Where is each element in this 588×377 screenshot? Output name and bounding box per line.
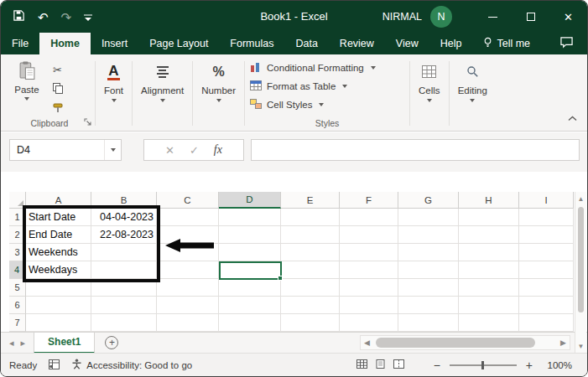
name-box[interactable]: D4: [9, 139, 122, 161]
cell-H3[interactable]: [459, 244, 519, 261]
minimize-button[interactable]: [474, 1, 512, 33]
cell-H1[interactable]: [459, 209, 519, 226]
cancel-entry-icon[interactable]: ✕: [165, 144, 174, 157]
cell-I5[interactable]: [519, 279, 574, 297]
cell-H7[interactable]: [459, 314, 519, 332]
cell-E3[interactable]: [281, 244, 340, 261]
normal-view-icon[interactable]: [356, 359, 367, 370]
sheet-nav-right-icon[interactable]: ▸: [21, 338, 26, 349]
close-button[interactable]: ✕: [549, 1, 587, 33]
cell-E1[interactable]: [281, 209, 340, 226]
tab-tell-me[interactable]: Tell me: [472, 33, 541, 54]
cell-F5[interactable]: [340, 279, 398, 297]
enter-entry-icon[interactable]: ✓: [190, 144, 199, 157]
column-header-A[interactable]: A: [26, 192, 91, 209]
scroll-up-icon[interactable]: ▲: [575, 192, 586, 205]
save-icon[interactable]: [13, 9, 25, 24]
name-box-caret[interactable]: [104, 140, 121, 160]
scroll-down-icon[interactable]: ▼: [575, 339, 586, 353]
cell-B6[interactable]: [91, 297, 157, 314]
paste-button[interactable]: Paste: [8, 60, 46, 101]
cell-I2[interactable]: [519, 226, 574, 244]
font-dropdown[interactable]: A Font: [97, 57, 130, 131]
zoom-slider-thumb[interactable]: [481, 361, 484, 369]
cell-B5[interactable]: [91, 279, 157, 297]
horizontal-scrollbar[interactable]: ◀ ▶: [360, 335, 570, 350]
page-break-view-icon[interactable]: [393, 359, 404, 370]
cell-H5[interactable]: [459, 279, 519, 297]
cell-A2[interactable]: End Date: [26, 226, 91, 244]
collapse-ribbon-icon[interactable]: [568, 110, 577, 125]
cell-F6[interactable]: [340, 297, 398, 314]
zoom-in-icon[interactable]: +: [526, 359, 533, 372]
comments-icon[interactable]: [559, 36, 574, 52]
zoom-out-icon[interactable]: −: [434, 359, 440, 372]
undo-button[interactable]: ↶: [38, 11, 49, 23]
cell-G2[interactable]: [398, 226, 459, 244]
cell-H2[interactable]: [459, 226, 519, 244]
row-header-5[interactable]: 5: [9, 279, 26, 297]
cell-D6[interactable]: [219, 297, 281, 314]
cell-C1[interactable]: [157, 209, 219, 226]
row-header-3[interactable]: 3: [9, 244, 26, 261]
tab-review[interactable]: Review: [329, 33, 385, 54]
column-header-H[interactable]: H: [459, 192, 519, 209]
cell-C5[interactable]: [157, 279, 219, 297]
copy-button[interactable]: [53, 83, 63, 96]
cell-D7[interactable]: [219, 314, 281, 332]
tab-view[interactable]: View: [385, 33, 429, 54]
cell-B4[interactable]: [91, 261, 157, 279]
add-sheet-icon[interactable]: +: [105, 336, 118, 349]
column-header-C[interactable]: C: [157, 192, 219, 209]
user-avatar[interactable]: N: [430, 6, 452, 28]
tab-home[interactable]: Home: [39, 33, 91, 54]
cell-E7[interactable]: [281, 314, 340, 332]
tab-page-layout[interactable]: Page Layout: [138, 33, 219, 54]
column-header-G[interactable]: G: [398, 192, 459, 209]
cell-G3[interactable]: [398, 244, 459, 261]
cell-I4[interactable]: [519, 261, 574, 279]
cell-G6[interactable]: [398, 297, 459, 314]
cell-I6[interactable]: [519, 297, 574, 314]
row-header-6[interactable]: 6: [9, 297, 26, 314]
format-painter-button[interactable]: [53, 103, 63, 116]
cell-C7[interactable]: [157, 314, 219, 332]
cell-G4[interactable]: [398, 261, 459, 279]
page-layout-view-icon[interactable]: [375, 359, 386, 370]
sheet-nav-left-icon[interactable]: ◂: [9, 338, 14, 349]
cell-B3[interactable]: [91, 244, 157, 261]
zoom-slider[interactable]: [450, 364, 517, 366]
cell-E4[interactable]: [281, 261, 340, 279]
cell-C4[interactable]: [157, 261, 219, 279]
cell-F7[interactable]: [340, 314, 398, 332]
cell-B2[interactable]: 22-08-2023: [91, 226, 157, 244]
cell-H6[interactable]: [459, 297, 519, 314]
alignment-dropdown[interactable]: Alignment: [134, 57, 190, 131]
cell-A3[interactable]: Weekends: [26, 244, 91, 261]
cell-G1[interactable]: [398, 209, 459, 226]
tab-formulas[interactable]: Formulas: [219, 33, 284, 54]
cell-E2[interactable]: [281, 226, 340, 244]
column-header-I[interactable]: I: [519, 192, 574, 209]
macro-record-icon[interactable]: [49, 359, 60, 371]
number-dropdown[interactable]: % Number: [195, 57, 242, 131]
scroll-left-icon[interactable]: ◀: [361, 338, 373, 347]
cell-D5[interactable]: [219, 279, 281, 297]
column-header-D[interactable]: D: [219, 192, 281, 209]
maximize-button[interactable]: [512, 1, 549, 33]
cell-F2[interactable]: [340, 226, 398, 244]
cut-button[interactable]: ✂: [53, 64, 62, 76]
fill-handle[interactable]: [278, 276, 283, 281]
cell-I7[interactable]: [519, 314, 574, 332]
row-header-2[interactable]: 2: [9, 226, 26, 244]
row-header-4[interactable]: 4: [9, 261, 26, 279]
cell-C6[interactable]: [157, 297, 219, 314]
tab-help[interactable]: Help: [429, 33, 473, 54]
row-header-7[interactable]: 7: [9, 314, 26, 332]
cell-E5[interactable]: [281, 279, 340, 297]
cells-dropdown[interactable]: Cells: [412, 57, 447, 131]
redo-button[interactable]: ↷: [61, 11, 72, 23]
cell-styles-button[interactable]: Cell Styles: [247, 96, 408, 114]
horizontal-scroll-thumb[interactable]: [376, 338, 535, 348]
vertical-scrollbar[interactable]: ▲ ▼: [575, 192, 586, 353]
